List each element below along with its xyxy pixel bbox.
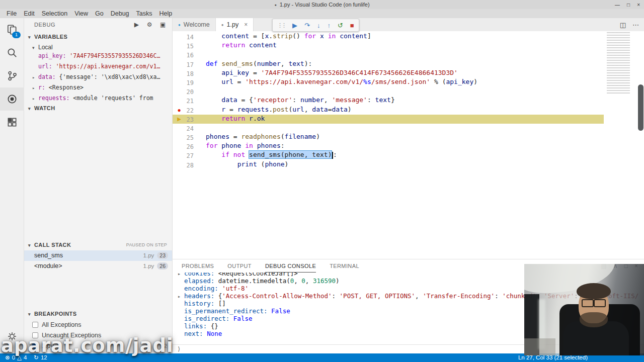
- code-line[interactable]: 28 print (phone): [173, 160, 604, 169]
- code-line[interactable]: 16: [173, 50, 604, 59]
- step-over-button[interactable]: ↷: [304, 22, 310, 29]
- code-line[interactable]: ●22 r = requests.post(url, data=data): [173, 106, 604, 115]
- step-out-button[interactable]: ↑: [327, 22, 331, 29]
- stop-button[interactable]: ■: [350, 22, 354, 29]
- code-token: (: [253, 60, 257, 67]
- minimap[interactable]: [607, 32, 637, 94]
- variable-row[interactable]: api_key: '7A4F794F53557935526D346C…: [24, 52, 172, 63]
- menu-item-tasks[interactable]: Tasks: [133, 10, 156, 17]
- code-line[interactable]: 26for phone in phones:: [173, 142, 604, 151]
- console-key: encoding:: [184, 285, 222, 292]
- watch-header[interactable]: ▾WATCH: [24, 103, 172, 114]
- stack-frame[interactable]: <module>1.py26: [24, 261, 172, 272]
- chevron-down-icon: ▾: [28, 240, 34, 251]
- person-hair: [577, 283, 611, 299]
- code-token: [206, 115, 221, 122]
- menu-item-selection[interactable]: Selection: [38, 10, 71, 17]
- code-text: for phone in phones:: [206, 142, 285, 151]
- code-token: phones: [257, 142, 281, 149]
- person-glasses: [582, 299, 594, 307]
- variable-row[interactable]: ▸r: <Response>: [24, 84, 172, 95]
- code-token: % (: [430, 78, 446, 85]
- debug-console-icon[interactable]: ▣: [160, 18, 166, 31]
- code-token: .: [269, 106, 273, 113]
- editor-scrollbar[interactable]: [637, 31, 644, 259]
- code-token: phone: [221, 142, 241, 149]
- scope-local[interactable]: ▾Local: [24, 42, 172, 52]
- scrollbar-thumb[interactable]: [638, 84, 643, 131]
- breakpoints-header[interactable]: ▾BREAKPOINTS: [24, 308, 172, 319]
- code-line[interactable]: 14 content = [x.strip() for x in content…: [173, 32, 604, 41]
- tab-1-py[interactable]: ●1.py×: [216, 18, 254, 31]
- explorer-icon[interactable]: 1: [0, 18, 24, 41]
- code-token: ,: [304, 106, 312, 113]
- code-token: }: [391, 96, 395, 104]
- close-button[interactable]: ×: [637, 2, 640, 8]
- source-control-icon[interactable]: [0, 64, 24, 87]
- watermark: aparat.com/jadi: [1, 335, 174, 356]
- call-stack-title: CALL STACK: [34, 242, 71, 248]
- code-token: ): [316, 133, 320, 140]
- menu-item-go[interactable]: Go: [92, 10, 107, 17]
- vscode-window: ● 1.py - Visual Studio Code (on funlife)…: [0, 0, 644, 362]
- panel-tabs: PROBLEMSOUTPUTDEBUG CONSOLETERMINAL: [182, 259, 359, 273]
- editor-actions: ◫⋯: [620, 18, 639, 31]
- console-token: 316590: [313, 277, 336, 285]
- close-icon[interactable]: ×: [244, 21, 248, 28]
- variables-header[interactable]: ▾VARIABLES: [24, 31, 172, 42]
- code-line[interactable]: 25phones = readphones(filename): [173, 133, 604, 142]
- search-icon[interactable]: [0, 41, 24, 64]
- start-debug-icon[interactable]: ▶: [134, 18, 139, 31]
- menu-item-debug[interactable]: Debug: [107, 10, 133, 17]
- maximize-button[interactable]: □: [627, 2, 630, 8]
- drag-handle[interactable]: ⋮⋮: [277, 22, 285, 29]
- chevron-down-icon: ▾: [28, 103, 34, 114]
- code-line[interactable]: 15 return content: [173, 41, 604, 50]
- tab-welcome[interactable]: ●Welcome: [173, 18, 216, 31]
- debug-icon[interactable]: [0, 87, 24, 111]
- configure-debug-icon[interactable]: ⚙: [147, 18, 152, 31]
- line-number: 21: [173, 98, 194, 105]
- panel-tab-output[interactable]: OUTPUT: [227, 259, 252, 272]
- code-line[interactable]: 24: [173, 124, 604, 133]
- current-line-arrow-icon: ▶: [175, 115, 183, 124]
- menu-item-file[interactable]: File: [3, 10, 20, 17]
- code-line[interactable]: 27 if not send_sms(phone, text):: [173, 151, 604, 160]
- variable-row[interactable]: url: 'https://api.kavenegar.com/v1…: [24, 63, 172, 73]
- extensions-icon[interactable]: [0, 111, 24, 134]
- title-bar[interactable]: ● 1.py - Visual Studio Code (on funlife)…: [0, 0, 644, 9]
- breakpoint-checkbox[interactable]: [32, 322, 38, 328]
- breakpoint-row[interactable]: All Exceptions: [24, 319, 172, 330]
- person-beard: [580, 312, 608, 327]
- gutter: 28: [173, 160, 206, 169]
- panel-tab-debug-console[interactable]: DEBUG CONSOLE: [265, 259, 316, 273]
- console-token: 'Transfer-Encoding': [423, 292, 495, 300]
- continue-button[interactable]: ▶: [292, 22, 297, 29]
- minimize-button[interactable]: —: [615, 2, 620, 8]
- variable-row[interactable]: ▸data: {'message': '\xd8\xac\xd8\xa…: [24, 73, 172, 84]
- tab-label: 1.py: [227, 21, 239, 28]
- code-editor[interactable]: 14 content = [x.strip() for x in content…: [173, 31, 644, 259]
- code-token: =: [233, 78, 245, 85]
- line-number: 28: [173, 162, 194, 169]
- stack-frame[interactable]: send_sms1.py23: [24, 250, 172, 261]
- menu-item-edit[interactable]: Edit: [20, 10, 38, 17]
- restart-button[interactable]: ↺: [338, 22, 343, 29]
- split-editor-icon[interactable]: ◫: [620, 21, 626, 29]
- code-text: api_key = '7A4F794F53557935526D346C414F6…: [206, 69, 458, 78]
- menu-item-help[interactable]: Help: [156, 10, 176, 17]
- code-line[interactable]: 17def send_sms(number, text):: [173, 60, 604, 69]
- panel-tab-terminal[interactable]: TERMINAL: [330, 259, 359, 272]
- more-actions-icon[interactable]: ⋯: [632, 21, 639, 29]
- code-line[interactable]: 18 api_key = '7A4F794F53557935526D346C41…: [173, 69, 604, 78]
- step-into-button[interactable]: ↓: [317, 22, 320, 29]
- code-line[interactable]: 21 data = {'receptor': number, 'message'…: [173, 96, 604, 105]
- panel-tab-problems[interactable]: PROBLEMS: [182, 259, 214, 272]
- code-line[interactable]: 20: [173, 87, 604, 96]
- menu-item-view[interactable]: View: [71, 10, 92, 17]
- call-stack-header[interactable]: ▾CALL STACK PAUSED ON STEP: [24, 239, 172, 250]
- variable-row[interactable]: ▸requests: <module 'requests' from: [24, 95, 172, 103]
- code-line[interactable]: ▶23 return r.ok: [173, 115, 604, 124]
- code-line[interactable]: 19 url = 'https://api.kavenegar.com/v1/%…: [173, 78, 604, 87]
- variable-value: 'https://api.kavenegar.com/v1…: [56, 63, 160, 70]
